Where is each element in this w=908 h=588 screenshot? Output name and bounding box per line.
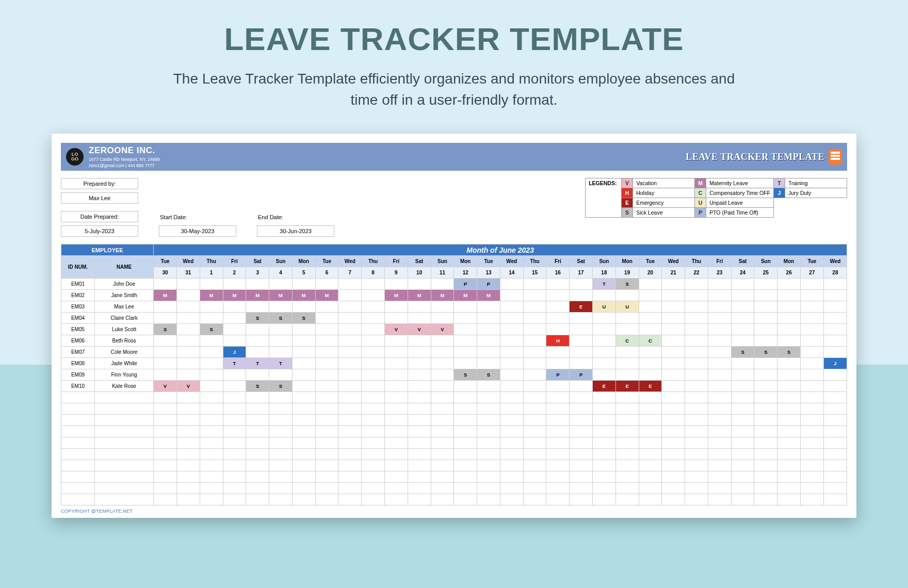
empty-cell[interactable] — [801, 471, 824, 483]
empty-cell[interactable] — [662, 460, 685, 471]
day-cell[interactable] — [708, 313, 731, 324]
day-cell[interactable] — [546, 381, 570, 392]
empty-cell[interactable] — [731, 494, 754, 505]
day-cell[interactable] — [362, 301, 385, 313]
empty-cell[interactable] — [685, 415, 708, 426]
empty-cell[interactable] — [708, 494, 731, 505]
empty-cell[interactable] — [292, 460, 315, 471]
empty-cell[interactable] — [315, 494, 338, 505]
empty-cell[interactable] — [362, 392, 385, 403]
day-cell[interactable] — [338, 313, 362, 324]
empty-cell[interactable] — [94, 392, 153, 403]
empty-cell[interactable] — [685, 437, 708, 449]
empty-cell[interactable] — [246, 437, 269, 449]
day-cell[interactable] — [431, 335, 454, 347]
day-cell[interactable] — [823, 381, 847, 392]
empty-cell[interactable] — [731, 471, 754, 483]
empty-cell[interactable] — [615, 403, 639, 415]
empty-cell[interactable] — [200, 392, 223, 403]
empty-cell[interactable] — [362, 415, 385, 426]
empty-cell[interactable] — [200, 494, 223, 505]
day-cell[interactable] — [338, 324, 362, 335]
empty-cell[interactable] — [731, 415, 754, 426]
day-cell[interactable]: T — [246, 358, 269, 369]
employee-name[interactable]: Finn Young — [94, 369, 153, 381]
empty-cell[interactable] — [662, 392, 685, 403]
empty-cell[interactable] — [731, 460, 754, 471]
empty-cell[interactable] — [431, 471, 454, 483]
empty-cell[interactable] — [200, 426, 223, 437]
empty-cell[interactable] — [362, 460, 385, 471]
empty-cell[interactable] — [94, 415, 153, 426]
empty-cell[interactable] — [615, 415, 639, 426]
empty-cell[interactable] — [500, 426, 523, 437]
empty-cell[interactable] — [176, 460, 200, 471]
empty-cell[interactable] — [593, 426, 616, 437]
day-cell[interactable] — [200, 358, 223, 369]
day-cell[interactable] — [801, 301, 824, 313]
empty-cell[interactable] — [315, 403, 338, 415]
empty-cell[interactable] — [408, 426, 431, 437]
day-cell[interactable] — [662, 313, 685, 324]
employee-id[interactable]: EM04 — [61, 313, 95, 324]
day-cell[interactable]: M — [200, 290, 223, 301]
empty-cell[interactable] — [639, 426, 662, 437]
empty-cell[interactable] — [801, 494, 824, 505]
day-cell[interactable]: S — [269, 381, 293, 392]
employee-id[interactable]: EM10 — [61, 381, 95, 392]
empty-cell[interactable] — [269, 426, 293, 437]
empty-cell[interactable] — [685, 494, 708, 505]
day-cell[interactable] — [362, 358, 385, 369]
empty-cell[interactable] — [500, 460, 523, 471]
day-cell[interactable]: M — [154, 290, 177, 301]
empty-cell[interactable] — [823, 437, 847, 449]
empty-cell[interactable] — [801, 483, 824, 494]
empty-cell[interactable] — [754, 426, 777, 437]
empty-cell[interactable] — [685, 471, 708, 483]
day-cell[interactable] — [315, 313, 338, 324]
day-cell[interactable] — [338, 290, 362, 301]
day-cell[interactable] — [500, 369, 523, 381]
empty-cell[interactable] — [315, 471, 338, 483]
day-cell[interactable] — [454, 358, 477, 369]
empty-cell[interactable] — [408, 460, 431, 471]
day-cell[interactable] — [615, 358, 639, 369]
empty-cell[interactable] — [61, 415, 95, 426]
day-cell[interactable] — [176, 347, 200, 358]
day-cell[interactable] — [362, 279, 385, 290]
day-cell[interactable] — [801, 335, 824, 347]
empty-cell[interactable] — [639, 403, 662, 415]
day-cell[interactable]: M — [431, 290, 454, 301]
day-cell[interactable] — [500, 313, 523, 324]
employee-name[interactable]: John Doe — [94, 279, 153, 290]
empty-cell[interactable] — [777, 437, 801, 449]
day-cell[interactable] — [200, 313, 223, 324]
empty-cell[interactable] — [94, 449, 153, 460]
empty-cell[interactable] — [176, 449, 200, 460]
empty-cell[interactable] — [408, 494, 431, 505]
empty-cell[interactable] — [801, 415, 824, 426]
empty-cell[interactable] — [523, 460, 546, 471]
day-cell[interactable]: E — [570, 301, 593, 313]
empty-cell[interactable] — [431, 437, 454, 449]
empty-cell[interactable] — [570, 494, 593, 505]
empty-cell[interactable] — [708, 437, 731, 449]
day-cell[interactable]: E — [639, 381, 662, 392]
day-cell[interactable]: S — [454, 369, 477, 381]
day-cell[interactable] — [801, 347, 824, 358]
day-cell[interactable] — [523, 313, 546, 324]
empty-cell[interactable] — [431, 415, 454, 426]
day-cell[interactable] — [801, 324, 824, 335]
empty-cell[interactable] — [570, 426, 593, 437]
day-cell[interactable]: S — [292, 313, 315, 324]
empty-cell[interactable] — [431, 483, 454, 494]
day-cell[interactable]: S — [246, 381, 269, 392]
empty-cell[interactable] — [431, 449, 454, 460]
day-cell[interactable] — [338, 381, 362, 392]
empty-cell[interactable] — [362, 449, 385, 460]
day-cell[interactable] — [362, 324, 385, 335]
day-cell[interactable]: S — [269, 313, 293, 324]
empty-cell[interactable] — [200, 437, 223, 449]
day-cell[interactable]: T — [593, 279, 616, 290]
empty-cell[interactable] — [523, 471, 546, 483]
